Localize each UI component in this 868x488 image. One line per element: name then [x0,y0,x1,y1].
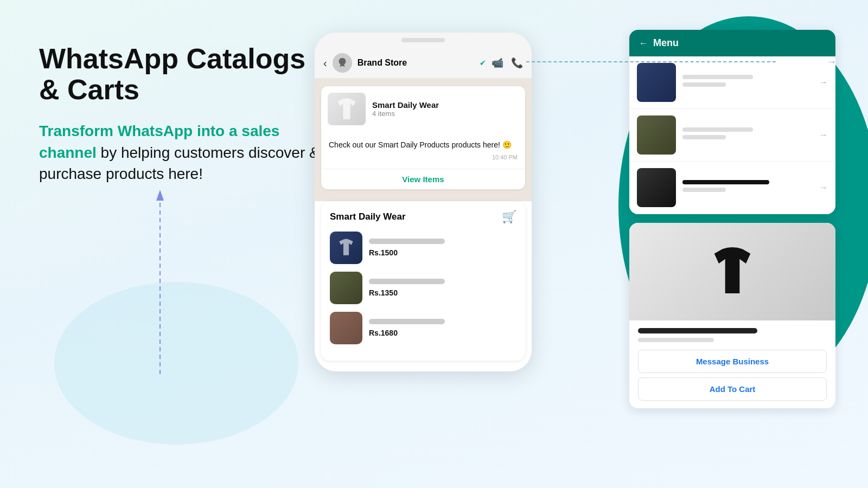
left-content: WhatsApp Catalogs & Carts Transform What… [39,43,321,184]
product-image-navy [330,232,362,264]
menu-back-arrow[interactable]: ← [639,38,648,48]
notch-bar [401,38,445,42]
product-price-3: Rs.1680 [369,329,516,337]
menu-item-info-3 [682,180,813,195]
menu-item-info-2 [682,127,813,143]
product-item-1: Rs.1500 [330,232,516,264]
product-image-olive [330,272,362,304]
catalog-items-count: 4 items [372,110,439,118]
product-detail-image [629,223,835,320]
menu-arrow-3: → [819,183,828,192]
catalog-preview: Smart Daily Wear 4 items [321,86,525,132]
chat-back-button[interactable]: ‹ [323,57,327,69]
catalog-thumb-img [328,93,366,125]
product-thumb-2 [330,272,362,304]
message-time: 10:40 PM [329,153,518,162]
catalog-title: Smart Daily Wear [372,100,439,110]
add-to-cart-button[interactable]: Add To Cart [638,377,827,401]
menu-item-3[interactable]: → [629,162,835,214]
product-price-1: Rs.1500 [369,248,516,257]
detail-sub-bar [638,338,714,342]
svg-marker-0 [156,190,164,201]
product-item-2: Rs.1350 [330,272,516,304]
subtitle: Transform WhatsApp into a sales channel … [39,120,321,184]
phone-chat-mockup: ‹ Brand Store ✔ 📹 📞 [315,33,532,371]
catalog-card: Smart Daily Wear 4 items Check out our S… [321,86,525,189]
menu-arrow-1: → [819,78,828,87]
catalog-info: Smart Daily Wear 4 items [372,100,439,118]
menu-image-olive [637,115,676,155]
product-list-card: Smart Daily Wear 🛒 Rs.1500 [321,201,525,361]
detail-actions: Message Business Add To Cart [638,350,827,401]
phone-notch [315,33,532,48]
product-detail-body: Message Business Add To Cart [629,320,835,408]
title-line1: WhatsApp Catalogs [39,43,305,74]
menu-line-short-3 [682,188,726,192]
product-item-3: Rs.1680 [330,312,516,344]
message-business-button[interactable]: Message Business [638,350,827,373]
connector-arrow: → [827,56,837,68]
detail-title-bar [638,328,757,333]
dashed-arrow-decoration [108,174,217,380]
message-text: Check out our Smart Daily Products produ… [329,140,512,149]
product-details-3: Rs.1680 [369,319,516,337]
product-price-2: Rs.1350 [369,288,516,297]
product-thumb-1 [330,232,362,264]
menu-item-1[interactable]: → [629,56,835,109]
product-details-1: Rs.1500 [369,239,516,257]
menu-card: ← Menu → → [629,30,835,214]
product-name-bar-1 [369,239,445,244]
product-detail-card: Message Business Add To Cart [629,223,835,408]
phone-call-icon[interactable]: 📞 [511,57,523,69]
chat-store-name: Brand Store [358,58,474,68]
product-image-plaid [330,312,362,344]
view-items-button[interactable]: View Items [321,169,525,189]
menu-thumb-3 [637,168,676,207]
verified-badge: ✔ [480,59,486,67]
product-list-header: Smart Daily Wear 🛒 [330,210,516,224]
chat-body: Smart Daily Wear 4 items Check out our S… [315,79,532,201]
catalog-thumbnail [328,93,366,125]
menu-thumb-2 [637,115,676,155]
chat-avatar [333,53,352,73]
menu-title: Menu [653,37,679,49]
product-list-title: Smart Daily Wear [330,211,406,222]
title-line2: & Carts [39,74,139,105]
cart-icon[interactable]: 🛒 [502,210,516,224]
menu-line-short-2 [682,135,726,139]
menu-line-long-2 [682,127,753,132]
right-panel: ← Menu → → [629,30,835,408]
menu-image-black [637,168,676,207]
chat-action-icons: 📹 📞 [492,57,523,69]
menu-arrow-2: → [819,130,828,140]
menu-item-info-1 [682,75,813,90]
menu-image-navy [637,63,676,102]
product-name-bar-3 [369,319,445,324]
menu-item-2[interactable]: → [629,109,835,162]
product-thumb-3 [330,312,362,344]
connector-line-top [526,61,776,62]
menu-thumb-1 [637,63,676,102]
menu-line-long-1 [682,75,753,79]
menu-header: ← Menu [629,30,835,56]
video-call-icon[interactable]: 📹 [492,57,503,69]
page-title: WhatsApp Catalogs & Carts [39,43,321,105]
chat-header: ‹ Brand Store ✔ 📹 📞 [315,48,532,79]
chat-message: Check out our Smart Daily Products produ… [321,133,525,169]
product-details-2: Rs.1350 [369,279,516,297]
menu-line-long-3 [682,180,769,184]
menu-line-short-1 [682,82,726,87]
product-name-bar-2 [369,279,445,284]
